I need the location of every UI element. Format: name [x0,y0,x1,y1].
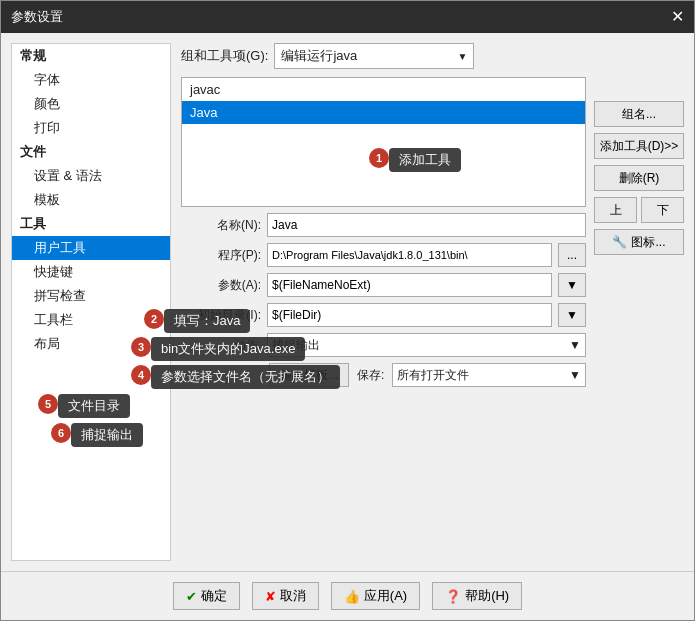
sidebar: 常规字体颜色打印文件设置 & 语法模板工具用户工具快捷键拼写检查工具栏布局 [11,43,171,561]
apply-icon: 👍 [344,589,360,604]
wrench-icon: 🔧 [612,235,627,249]
cancel-button[interactable]: ✘ 取消 [252,582,319,610]
group-combo-arrow-icon: ▼ [457,51,467,62]
sidebar-item-0[interactable]: 常规 [12,44,170,68]
program-label: 程序(P): [181,247,261,264]
sidebar-item-12[interactable]: 布局 [12,332,170,356]
dir-dropdown-button[interactable]: ▼ [558,303,586,327]
sidebar-item-5[interactable]: 设置 & 语法 [12,164,170,188]
apply-button[interactable]: 👍 应用(A) [331,582,420,610]
program-input[interactable] [267,243,552,267]
action-label: 动作: [181,337,261,354]
form-row-name: 名称(N): [181,213,586,237]
tools-area: javacJava 名称(N): 程序(P): ... [181,77,586,561]
down-button[interactable]: 下 [641,197,684,223]
args-dropdown-button[interactable]: ▼ [558,273,586,297]
output-template-button[interactable]: 输出模板... [269,363,349,387]
add-tool-button[interactable]: 添加工具(D)>> [594,133,684,159]
delete-button[interactable]: 删除(R) [594,165,684,191]
args-input[interactable] [267,273,552,297]
action-combo-arrow-icon: ▼ [569,338,581,352]
cancel-icon: ✘ [265,589,276,604]
help-button[interactable]: ❓ 帮助(H) [432,582,522,610]
up-button[interactable]: 上 [594,197,637,223]
tools-list-item-1[interactable]: Java [182,101,585,124]
save-combo-arrow-icon: ▼ [569,368,581,382]
right-panel: 组和工具项(G): 编辑运行java ▼ javacJava [181,43,684,561]
help-icon: ❓ [445,589,461,604]
dir-input[interactable] [267,303,552,327]
program-browse-button[interactable]: ... [558,243,586,267]
right-panel-inner: javacJava 名称(N): 程序(P): ... [181,77,684,561]
dialog: 参数设置 ✕ 常规字体颜色打印文件设置 & 语法模板工具用户工具快捷键拼写检查工… [0,0,695,621]
confirm-icon: ✔ [186,589,197,604]
dialog-footer: ✔ 确定 ✘ 取消 👍 应用(A) ❓ 帮助(H) [1,571,694,620]
name-input[interactable] [267,213,586,237]
action-combo[interactable]: 捕捉输出 ▼ [267,333,586,357]
save-label: 保存: [357,367,384,384]
tools-list[interactable]: javacJava [181,77,586,207]
group-label: 组和工具项(G): [181,47,268,65]
icon-button[interactable]: 🔧 图标... [594,229,684,255]
sidebar-item-7[interactable]: 工具 [12,212,170,236]
name-label: 名称(N): [181,217,261,234]
save-combo[interactable]: 所有打开文件 ▼ [392,363,586,387]
sidebar-item-1[interactable]: 字体 [12,68,170,92]
form-area: 名称(N): 程序(P): ... 参数(A): ▼ [181,213,586,387]
group-combo[interactable]: 编辑运行java ▼ [274,43,474,69]
sidebar-item-3[interactable]: 打印 [12,116,170,140]
group-name-button[interactable]: 组名... [594,101,684,127]
sidebar-item-6[interactable]: 模板 [12,188,170,212]
confirm-button[interactable]: ✔ 确定 [173,582,240,610]
form-row-program: 程序(P): ... [181,243,586,267]
sidebar-item-4[interactable]: 文件 [12,140,170,164]
dialog-body: 常规字体颜色打印文件设置 & 语法模板工具用户工具快捷键拼写检查工具栏布局 组和… [1,33,694,571]
btn-column: 组名... 添加工具(D)>> 删除(R) 上 下 🔧 图标... [594,77,684,561]
form-row-dir: 初始目录(I): ▼ [181,303,586,327]
up-down-row: 上 下 [594,197,684,223]
sidebar-item-10[interactable]: 拼写检查 [12,284,170,308]
group-row: 组和工具项(G): 编辑运行java ▼ [181,43,684,69]
sidebar-item-11[interactable]: 工具栏 [12,308,170,332]
dialog-title: 参数设置 [11,8,63,26]
title-bar: 参数设置 ✕ [1,1,694,33]
dir-label: 初始目录(I): [181,307,261,324]
args-label: 参数(A): [181,277,261,294]
form-row-args: 参数(A): ▼ [181,273,586,297]
form-row-output: 输出模板... 保存: 所有打开文件 ▼ [181,363,586,387]
sidebar-item-9[interactable]: 快捷键 [12,260,170,284]
tools-list-item-0[interactable]: javac [182,78,585,101]
sidebar-item-2[interactable]: 颜色 [12,92,170,116]
sidebar-item-8[interactable]: 用户工具 [12,236,170,260]
close-button[interactable]: ✕ [671,9,684,25]
form-row-action: 动作: 捕捉输出 ▼ [181,333,586,357]
